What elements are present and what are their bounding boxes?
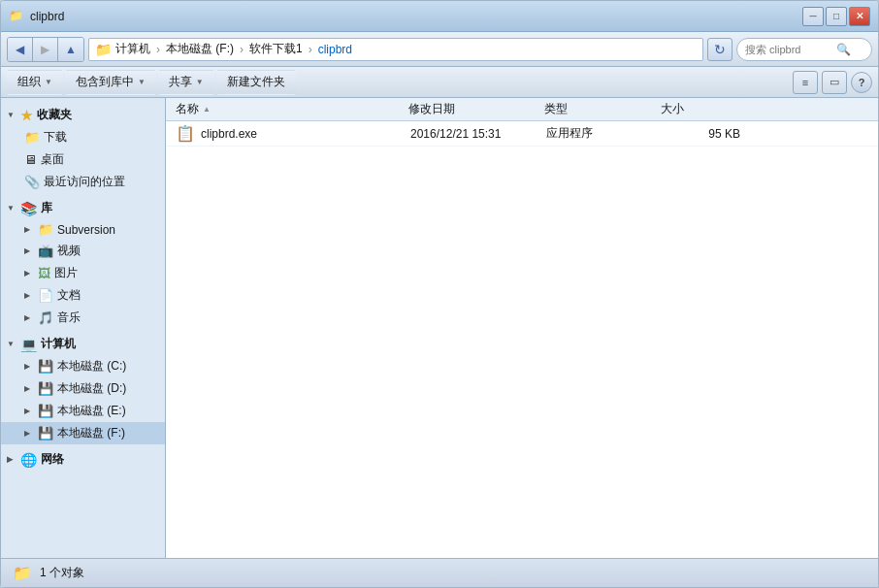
docs-label: 文档 — [57, 287, 81, 304]
include-library-label: 包含到库中 — [76, 74, 134, 90]
share-label: 共享 — [169, 74, 192, 90]
path-folder-icon: 📁 — [95, 42, 112, 57]
sidebar-network-header[interactable]: ▶ 🌐 网络 — [1, 448, 165, 471]
video-label: 视频 — [57, 243, 81, 259]
path-segment-folder: 软件下载1 — [249, 41, 303, 57]
new-folder-button[interactable]: 新建文件夹 — [216, 70, 296, 95]
network-expand-icon: ▶ — [7, 455, 16, 464]
video-expand-icon: ▶ — [24, 246, 34, 255]
sidebar-group-favorites: ▼ ★ 收藏夹 📁 下载 🖥 桌面 📎 最近访问的位置 — [1, 104, 165, 193]
back-button[interactable]: ◀ — [8, 38, 33, 61]
drive-c-expand-icon: ▶ — [24, 362, 34, 371]
col-type-label: 类型 — [544, 101, 568, 117]
minimize-button[interactable]: ─ — [802, 7, 824, 26]
refresh-button[interactable]: ↻ — [707, 38, 732, 61]
sidebar-item-subversion[interactable]: ▶ 📁 Subversion — [1, 219, 165, 240]
help-button[interactable]: ? — [851, 72, 872, 93]
computer-icon: 💻 — [20, 337, 37, 352]
sidebar-item-drive-d[interactable]: ▶ 💾 本地磁盘 (D:) — [1, 377, 165, 400]
sidebar-item-recent[interactable]: 📎 最近访问的位置 — [1, 171, 165, 193]
explorer-window: 📁 clipbrd ─ □ ✕ ◀ ▶ ▲ 📁 计算机 › 本地磁盘 (F:) … — [0, 0, 879, 588]
video-icon: 📺 — [38, 244, 53, 258]
file-item-clipbrd[interactable]: 📋 clipbrd.exe 2016/12/21 15:31 应用程序 95 K… — [166, 121, 878, 147]
drive-e-label: 本地磁盘 (E:) — [57, 403, 126, 419]
sidebar-computer-header[interactable]: ▼ 💻 计算机 — [1, 333, 165, 355]
close-button[interactable]: ✕ — [849, 7, 870, 26]
music-icon: 🎵 — [38, 310, 53, 325]
file-clipbrd-type: 应用程序 — [546, 125, 663, 142]
share-button[interactable]: 共享 ▼ — [158, 70, 214, 95]
sidebar-item-video[interactable]: ▶ 📺 视频 — [1, 240, 165, 262]
new-folder-label: 新建文件夹 — [227, 74, 285, 90]
library-expand-icon: ▼ — [7, 204, 16, 212]
drive-d-label: 本地磁盘 (D:) — [57, 380, 126, 397]
drive-c-label: 本地磁盘 (C:) — [57, 358, 126, 375]
col-name-label: 名称 — [176, 101, 199, 117]
sidebar-item-docs[interactable]: ▶ 📄 文档 — [1, 284, 165, 307]
col-header-size[interactable]: 大小 — [657, 98, 734, 120]
col-header-name[interactable]: 名称 ▲ — [172, 98, 405, 120]
music-label: 音乐 — [57, 310, 81, 326]
title-bar: 📁 clipbrd ─ □ ✕ — [1, 1, 878, 32]
organize-button[interactable]: 组织 ▼ — [7, 70, 63, 95]
sidebar-item-drive-f[interactable]: ▶ 💾 本地磁盘 (F:) — [1, 422, 165, 444]
path-sep-3: › — [309, 43, 312, 56]
sidebar-item-drive-e[interactable]: ▶ 💾 本地磁盘 (E:) — [1, 400, 165, 422]
share-arrow: ▼ — [196, 78, 204, 86]
col-date-label: 修改日期 — [408, 101, 455, 117]
file-list-header: 名称 ▲ 修改日期 类型 大小 — [166, 98, 878, 121]
sidebar-item-desktop[interactable]: 🖥 桌面 — [1, 148, 165, 171]
computer-label: 计算机 — [41, 336, 76, 352]
include-library-arrow: ▼ — [138, 78, 146, 86]
maximize-button[interactable]: □ — [826, 7, 847, 26]
toolbar: 组织 ▼ 包含到库中 ▼ 共享 ▼ 新建文件夹 ≡ ▭ ? — [1, 67, 878, 98]
favorites-label: 收藏夹 — [37, 107, 72, 123]
layout-button[interactable]: ▭ — [822, 71, 847, 94]
sidebar-group-computer: ▼ 💻 计算机 ▶ 💾 本地磁盘 (C:) ▶ 💾 本地磁盘 (D:) ▶ 💾 — [1, 333, 165, 444]
sidebar-group-library: ▼ 📚 库 ▶ 📁 Subversion ▶ 📺 视频 ▶ 🖼 — [1, 197, 165, 329]
status-count: 1 个对象 — [40, 565, 84, 581]
sidebar: ▼ ★ 收藏夹 📁 下载 🖥 桌面 📎 最近访问的位置 — [1, 98, 166, 558]
sidebar-item-music[interactable]: ▶ 🎵 音乐 — [1, 307, 165, 329]
sidebar-item-downloads[interactable]: 📁 下载 — [1, 126, 165, 148]
view-button[interactable]: ≡ — [793, 71, 818, 94]
search-box[interactable]: 🔍 — [736, 38, 872, 61]
subversion-expand-icon: ▶ — [24, 225, 34, 234]
drive-d-expand-icon: ▶ — [24, 384, 34, 393]
images-label: 图片 — [54, 265, 78, 281]
sidebar-library-header[interactable]: ▼ 📚 库 — [1, 197, 165, 219]
sidebar-item-images[interactable]: ▶ 🖼 图片 — [1, 262, 165, 284]
images-icon: 🖼 — [38, 266, 50, 280]
up-button[interactable]: ▲ — [58, 38, 83, 61]
forward-button[interactable]: ▶ — [33, 38, 58, 61]
file-clipbrd-name: clipbrd.exe — [201, 127, 410, 141]
music-expand-icon: ▶ — [24, 313, 34, 322]
address-bar: ◀ ▶ ▲ 📁 计算机 › 本地磁盘 (F:) › 软件下载1 › clipbr… — [1, 32, 878, 67]
favorites-star-icon: ★ — [20, 108, 33, 123]
drive-e-icon: 💾 — [38, 404, 53, 418]
nav-buttons: ◀ ▶ ▲ — [7, 37, 84, 62]
window-icon: 📁 — [9, 9, 24, 24]
downloads-label: 下载 — [44, 129, 67, 146]
path-segment-drive: 本地磁盘 (F:) — [166, 41, 234, 57]
path-sep-2: › — [240, 43, 244, 56]
address-path[interactable]: 📁 计算机 › 本地磁盘 (F:) › 软件下载1 › clipbrd — [88, 38, 703, 61]
col-header-date[interactable]: 修改日期 — [405, 98, 540, 120]
favorites-expand-icon: ▼ — [7, 111, 16, 119]
network-label: 网络 — [41, 451, 64, 468]
main-content: ▼ ★ 收藏夹 📁 下载 🖥 桌面 📎 最近访问的位置 — [1, 98, 878, 558]
search-input[interactable] — [745, 44, 832, 55]
include-library-button[interactable]: 包含到库中 ▼ — [65, 70, 156, 95]
drive-f-icon: 💾 — [38, 426, 53, 441]
path-segment-computer: 计算机 — [115, 41, 150, 57]
sidebar-item-drive-c[interactable]: ▶ 💾 本地磁盘 (C:) — [1, 355, 165, 377]
col-header-type[interactable]: 类型 — [540, 98, 657, 120]
status-bar: 📁 1 个对象 — [1, 558, 878, 587]
recent-icon: 📎 — [24, 175, 40, 189]
computer-expand-icon: ▼ — [7, 340, 16, 348]
file-clipbrd-date: 2016/12/21 15:31 — [410, 127, 546, 141]
col-name-sort: ▲ — [203, 105, 211, 114]
path-sep-1: › — [156, 43, 160, 56]
subversion-icon: 📁 — [38, 222, 53, 237]
sidebar-favorites-header[interactable]: ▼ ★ 收藏夹 — [1, 104, 165, 126]
